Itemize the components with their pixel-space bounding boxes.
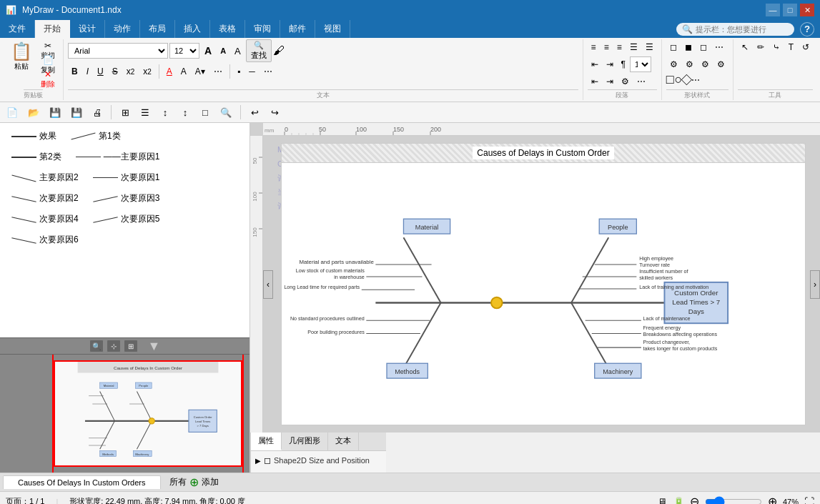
find-button[interactable]: 🔍査找 — [246, 39, 272, 62]
zoom-in-btn[interactable]: ⊕ — [768, 495, 777, 504]
open-btn[interactable]: 📂 — [24, 104, 43, 121]
subscript-btn[interactable]: x2 — [123, 64, 139, 79]
menu-file[interactable]: 文件 — [0, 20, 35, 38]
font-size-select[interactable]: 12 — [169, 43, 199, 59]
pilcrow-btn[interactable]: ¶ — [618, 56, 629, 72]
align-right-btn[interactable]: ≡ — [613, 39, 626, 55]
menu-action[interactable]: 动作 — [105, 20, 140, 38]
more-fill-btn[interactable]: ⋯ — [260, 64, 276, 79]
line-spacing-select[interactable]: 1 — [630, 56, 651, 72]
thumb-icon2-btn[interactable]: ⊹ — [107, 340, 121, 352]
text-tool-btn[interactable]: T — [785, 39, 797, 55]
para-indent-btn[interactable]: ⇤ — [588, 74, 602, 89]
shape-item-sub5[interactable]: 次要原因5 — [93, 213, 160, 225]
pointer-tool-btn[interactable]: ↖ — [738, 39, 752, 55]
sort-btn[interactable]: ↕ — [157, 104, 174, 121]
pen-tool-btn[interactable]: ✏ — [754, 39, 768, 55]
shape-item-cat2[interactable]: 第2类 — [11, 151, 61, 163]
para-setting-btn[interactable]: ⚙ — [618, 74, 633, 89]
line-color-btn[interactable]: ─ — [245, 64, 259, 79]
font-family-select[interactable]: Arial — [68, 43, 168, 59]
paste-button[interactable]: 📋 粘贴 — [7, 39, 36, 79]
font-decrease-btn[interactable]: A — [217, 43, 229, 59]
maximize-button[interactable]: □ — [783, 4, 797, 16]
shape-more-btn[interactable]: ⋯ — [711, 39, 727, 55]
shape-item-effect[interactable]: 效果 — [11, 130, 56, 142]
shape-group-btn[interactable]: ⚙ — [682, 56, 697, 72]
ordered-list-btn[interactable]: ☰ — [642, 39, 657, 55]
save-btn[interactable]: 💾 — [46, 104, 64, 121]
strikethrough-btn[interactable]: S — [109, 64, 122, 79]
clear-format-btn[interactable]: A — [231, 43, 244, 59]
font-bg-btn[interactable]: A — [177, 64, 190, 79]
page-tab-1[interactable]: Causes Of Delays In Custom Orders — [3, 475, 161, 489]
menu-mail[interactable]: 邮件 — [280, 20, 315, 38]
indent-more-btn[interactable]: ⇥ — [603, 56, 617, 72]
list-view-btn[interactable]: ☰ — [137, 104, 154, 121]
minimize-button[interactable]: — — [766, 4, 780, 16]
para-out-btn[interactable]: ⇥ — [603, 74, 617, 89]
copy-button[interactable]: 📄 复制 — [37, 54, 59, 66]
drawing-canvas[interactable]: ‹ › MyDraw Copyright © 1998 - 2020 Nevro… — [263, 136, 820, 433]
thumb-icon1-btn[interactable]: 🔍 — [89, 340, 104, 352]
zoom-out-btn[interactable]: ⊖ — [690, 495, 699, 504]
font-increase-btn[interactable]: A — [201, 43, 215, 59]
delete-button[interactable]: ✕ 删除 — [37, 68, 59, 81]
superscript-btn[interactable]: x2 — [139, 64, 155, 79]
bold-btn[interactable]: B — [68, 64, 81, 79]
tab-properties[interactable]: 属性 — [251, 433, 282, 450]
shape-item-sub1[interactable]: 次要原因1 — [93, 172, 160, 184]
thumbnail-toggle[interactable]: 🔍 ⊹ ⊞ ▼ — [0, 337, 250, 355]
shape-align-btn[interactable]: ⚙ — [698, 56, 713, 72]
redo-btn[interactable]: ↪ — [266, 104, 283, 121]
shape-item-sub2[interactable]: 次要原因2 — [11, 192, 79, 204]
tab-geometry[interactable]: 几何图形 — [282, 433, 328, 450]
zoom-slider[interactable] — [705, 496, 762, 505]
thumb-icon3-btn[interactable]: ⊞ — [124, 340, 138, 352]
save-as-btn[interactable]: 💾 — [67, 104, 86, 121]
fill-btn[interactable]: ▪ — [234, 64, 244, 79]
view-mode-btn[interactable]: □ — [197, 104, 214, 121]
shape-item-cat1[interactable]: 第1类 — [71, 130, 121, 142]
search-input[interactable] — [696, 25, 789, 34]
align-center-btn[interactable]: ≡ — [601, 39, 613, 55]
menu-home[interactable]: 开始 — [35, 20, 70, 38]
print-btn[interactable]: 🖨 — [89, 104, 106, 121]
shape-item-sub4[interactable]: 次要原因4 — [11, 213, 79, 225]
refresh-tool-btn[interactable]: ↺ — [799, 39, 813, 55]
shape-fill-btn[interactable]: ◼ — [681, 39, 696, 55]
connector-btn[interactable]: ⤷ — [769, 39, 784, 55]
shape-item-main2[interactable]: 主要原因2 — [11, 172, 79, 184]
shape-shadow-btn[interactable]: ◻ — [666, 39, 681, 55]
add-page-btn[interactable]: ⊕ — [189, 475, 199, 489]
indent-less-btn[interactable]: ⇤ — [588, 56, 602, 72]
grid-btn[interactable]: ⊞ — [117, 104, 134, 121]
menu-view[interactable]: 视图 — [315, 20, 350, 38]
shape-lock-btn[interactable]: ⚙ — [713, 56, 728, 72]
menu-insert[interactable]: 插入 — [175, 20, 210, 38]
menu-table[interactable]: 表格 — [210, 20, 245, 38]
help-button[interactable]: ? — [800, 22, 814, 36]
fit-btn[interactable]: ⛶ — [804, 496, 814, 505]
cut-button[interactable]: ✂ 剪切 — [37, 39, 59, 52]
list-btn[interactable]: ☰ — [626, 39, 641, 55]
shape-item-main1[interactable]: ——主要原因1 — [76, 151, 160, 163]
font-color-btn[interactable]: A — [163, 64, 176, 79]
expand-icon[interactable]: ▶ — [255, 457, 261, 465]
sort2-btn[interactable]: ↕ — [177, 104, 194, 121]
tab-text[interactable]: 文本 — [328, 433, 359, 450]
new-btn[interactable]: 📄 — [3, 104, 21, 121]
align-left-btn[interactable]: ≡ — [588, 39, 600, 55]
zoom-fit-btn[interactable]: 🔍 — [217, 104, 235, 121]
italic-btn[interactable]: I — [83, 64, 92, 79]
undo-btn[interactable]: ↩ — [246, 104, 263, 121]
left-scroll-btn[interactable]: ‹ — [263, 270, 273, 299]
menu-design[interactable]: 设计 — [70, 20, 105, 38]
menu-layout[interactable]: 布局 — [140, 20, 175, 38]
menu-review[interactable]: 审阅 — [245, 20, 280, 38]
shape-item-sub3[interactable]: 次要原因3 — [93, 192, 160, 204]
right-scroll-btn[interactable]: › — [810, 270, 820, 299]
search-box[interactable]: 🔍 — [676, 23, 794, 36]
shape-line-btn[interactable]: ◻ — [696, 39, 711, 55]
font-style-btn[interactable]: A▾ — [192, 64, 209, 79]
